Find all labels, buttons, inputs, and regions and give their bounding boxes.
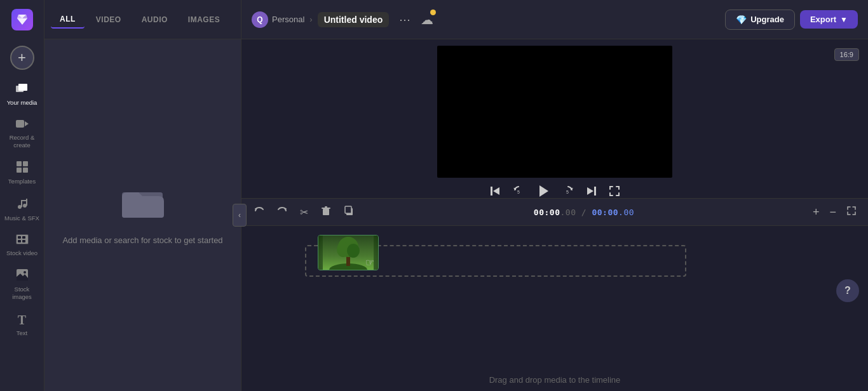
workspace-selector[interactable]: Q Personal [252, 11, 304, 28]
text-icon: T [18, 313, 26, 328]
zoom-in-button[interactable]: + [809, 204, 824, 220]
stock-images-icon [17, 269, 28, 284]
more-options-button[interactable]: ⋯ [394, 10, 416, 29]
aspect-ratio-badge: 16:9 [834, 48, 859, 61]
music-sfx-icon [17, 198, 28, 213]
svg-rect-19 [22, 236, 25, 239]
svg-marker-35 [587, 187, 593, 195]
svg-rect-21 [22, 240, 25, 242]
nav-tabs: ALL VIDEO AUDIO IMAGES [44, 0, 241, 39]
content-area: ‹ 16:9 [241, 39, 868, 391]
svg-rect-14 [26, 199, 27, 206]
tab-audio[interactable]: AUDIO [133, 11, 177, 28]
timeline-clip[interactable]: ☞ [318, 235, 379, 270]
svg-rect-42 [345, 206, 351, 213]
svg-rect-15 [21, 200, 27, 201]
zoom-controls: + − [809, 204, 860, 220]
player-controls: 5 5 [489, 184, 620, 198]
sidebar-item-templates[interactable]: Templates [2, 156, 43, 190]
top-bar: ALL VIDEO AUDIO IMAGES Q Personal › Unti… [0, 0, 868, 39]
avatar: Q [252, 11, 268, 28]
logo-area [0, 0, 44, 39]
timecode-total: 00:00 [592, 208, 618, 217]
svg-point-24 [24, 271, 26, 274]
sidebar-item-label-music-sfx: Music & SFX [4, 215, 39, 222]
drag-drop-hint: Drag and drop media to the timeline [489, 375, 621, 385]
svg-point-49 [347, 244, 360, 258]
breadcrumb-separator: › [309, 15, 312, 24]
svg-marker-6 [25, 121, 29, 126]
sidebar-item-label-stock-video: Stock video [6, 249, 37, 256]
sidebar-item-text[interactable]: T Text [2, 308, 43, 341]
sidebar-item-label-stock-images: Stock images [4, 286, 40, 300]
upgrade-label: Upgrade [750, 15, 784, 24]
fullscreen-button[interactable] [609, 185, 620, 197]
timecode-display: 00:00.00 / 00:00.00 [362, 208, 806, 217]
sidebar-item-stock-video[interactable]: Stock video [2, 229, 43, 262]
upgrade-button[interactable]: 💎 Upgrade [725, 10, 795, 30]
svg-rect-4 [18, 84, 27, 91]
sidebar-item-stock-images[interactable]: Stock images [2, 264, 43, 305]
export-label: Export [810, 15, 836, 24]
redo-button[interactable] [272, 203, 292, 221]
media-empty-text: Add media or search for stock to get sta… [62, 234, 222, 247]
zoom-out-button[interactable]: − [825, 204, 840, 220]
svg-rect-5 [16, 120, 24, 128]
tab-images[interactable]: IMAGES [179, 11, 229, 28]
empty-folder-icon [121, 183, 165, 227]
panel-collapse-button[interactable]: ‹ [233, 204, 247, 227]
svg-rect-39 [322, 208, 330, 209]
skip-to-start-button[interactable] [489, 185, 501, 197]
sidebar-item-record-create[interactable]: Record &create [2, 114, 43, 154]
breadcrumb: Q Personal › Untitled video ⋯ ☁ [241, 10, 725, 29]
sidebar-item-label-text: Text [17, 329, 27, 336]
export-chevron-icon: ▼ [840, 15, 848, 24]
record-create-icon [16, 119, 29, 132]
sidebar-item-label-your-media: Your media [7, 99, 37, 106]
your-media-icon [16, 84, 29, 97]
ai-badge [430, 10, 436, 15]
delete-button[interactable] [316, 203, 336, 221]
svg-rect-10 [23, 168, 28, 173]
timeline-track: ☞ [254, 232, 868, 273]
gem-icon: 💎 [736, 15, 747, 25]
svg-text:5: 5 [517, 190, 520, 194]
svg-rect-8 [23, 161, 28, 166]
play-button[interactable] [536, 184, 550, 198]
forward-button[interactable]: 5 [562, 185, 574, 197]
sidebar-item-label-templates: Templates [8, 178, 36, 185]
timeline-area: ☞ Drag and drop media to the timeline [241, 226, 868, 391]
add-media-button[interactable]: + [10, 46, 34, 70]
skip-to-end-button[interactable] [586, 185, 597, 197]
svg-rect-38 [323, 209, 329, 215]
video-title[interactable]: Untitled video [318, 12, 390, 27]
svg-text:5: 5 [566, 190, 569, 194]
svg-rect-9 [17, 168, 22, 173]
templates-icon [17, 161, 28, 176]
rewind-button[interactable]: 5 [512, 185, 525, 197]
fit-timeline-button[interactable] [843, 204, 860, 220]
video-preview-area: 16:9 5 [241, 39, 868, 198]
top-bar-actions: 💎 Upgrade Export ▼ [725, 10, 868, 30]
undo-button[interactable] [249, 203, 269, 221]
sidebar-item-label-record-create: Record &create [10, 134, 35, 149]
main-body: + Your media Record &create [0, 39, 868, 391]
copy-button[interactable] [339, 203, 359, 221]
cut-button[interactable]: ✂ [295, 204, 313, 221]
help-button[interactable]: ? [836, 279, 859, 302]
svg-rect-34 [594, 187, 596, 196]
media-panel: Add media or search for stock to get sta… [44, 39, 241, 391]
svg-rect-20 [18, 240, 21, 242]
tab-all[interactable]: ALL [51, 11, 85, 29]
sidebar-item-music-sfx[interactable]: Music & SFX [2, 193, 43, 227]
svg-rect-40 [325, 206, 327, 208]
stock-video-icon [16, 234, 29, 248]
export-button[interactable]: Export ▼ [800, 10, 858, 29]
tab-video[interactable]: VIDEO [87, 11, 130, 28]
sidebar-item-your-media[interactable]: Your media [2, 79, 43, 111]
ai-features-toggle[interactable]: ☁ [421, 12, 433, 27]
svg-marker-28 [493, 187, 499, 195]
sidebar: + Your media Record &create [0, 39, 44, 391]
svg-marker-31 [539, 185, 548, 197]
timecode-current-ms: .00 [560, 208, 576, 217]
